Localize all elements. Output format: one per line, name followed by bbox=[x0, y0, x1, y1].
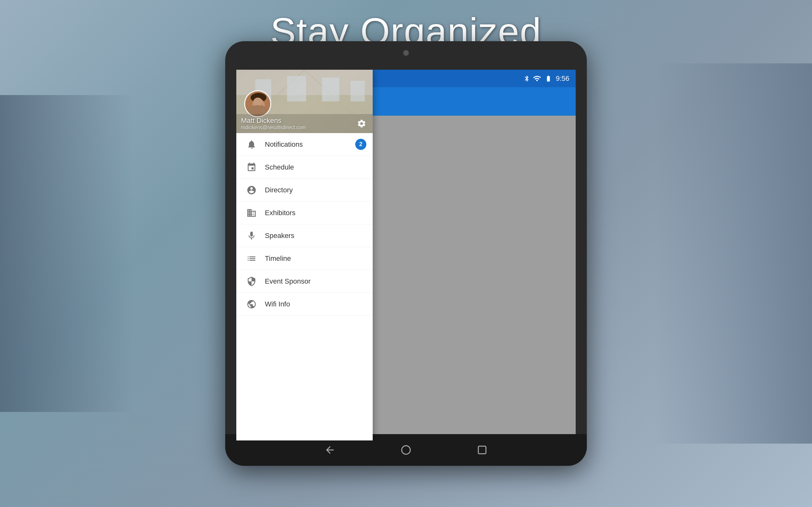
speakers-icon-container bbox=[243, 231, 260, 241]
menu-item-speakers[interactable]: Speakers bbox=[236, 224, 373, 247]
recents-icon bbox=[476, 444, 488, 456]
directory-label: Directory bbox=[265, 186, 293, 194]
globe-icon bbox=[247, 299, 257, 309]
drawer-user-info: Matt Dickens mdickens@resultsdirect.com bbox=[236, 114, 373, 133]
bg-left-people bbox=[0, 95, 133, 412]
wifi-info-label: Wifi Info bbox=[265, 300, 290, 308]
menu-item-wifi-info[interactable]: Wifi Info bbox=[236, 293, 373, 316]
menu-item-directory[interactable]: Directory bbox=[236, 179, 373, 202]
settings-button[interactable] bbox=[355, 117, 368, 130]
svg-point-16 bbox=[254, 108, 263, 114]
building-icon bbox=[247, 208, 257, 218]
svg-point-11 bbox=[251, 93, 266, 102]
event-sponsor-icon-container bbox=[243, 276, 260, 286]
battery-icon bbox=[544, 75, 553, 82]
gear-icon bbox=[357, 119, 366, 128]
menu-item-timeline[interactable]: Timeline bbox=[236, 247, 373, 270]
svg-rect-7 bbox=[287, 76, 306, 101]
menu-item-schedule[interactable]: Schedule bbox=[236, 156, 373, 179]
wifi-icon bbox=[533, 74, 541, 83]
timeline-icon bbox=[247, 253, 257, 264]
status-time: 9:56 bbox=[556, 74, 569, 83]
email-label: mdickens@resultsdirect.com bbox=[241, 125, 368, 130]
timeline-icon-container bbox=[243, 253, 260, 264]
drawer-menu: Notifications 2 Schedule bbox=[236, 133, 373, 441]
speakers-label: Speakers bbox=[265, 232, 294, 240]
notifications-label: Notifications bbox=[265, 140, 303, 149]
avatar-image bbox=[245, 91, 271, 117]
tablet-screen: 9:56 ...ference bbox=[236, 70, 576, 441]
svg-point-14 bbox=[260, 104, 262, 106]
exhibitors-icon-container bbox=[243, 208, 260, 218]
user-avatar[interactable] bbox=[244, 90, 271, 117]
svg-rect-19 bbox=[478, 446, 486, 454]
home-icon bbox=[400, 444, 412, 456]
recents-button[interactable] bbox=[476, 444, 489, 456]
username-label: Matt Dickens bbox=[241, 117, 368, 125]
menu-item-event-sponsor[interactable]: Event Sponsor bbox=[236, 270, 373, 293]
menu-item-exhibitors[interactable]: Exhibitors bbox=[236, 202, 373, 224]
shield-icon bbox=[247, 276, 257, 286]
wifi-info-icon-container bbox=[243, 299, 260, 309]
notification-icon-container bbox=[243, 139, 260, 150]
home-button[interactable] bbox=[400, 444, 412, 456]
back-icon bbox=[324, 444, 336, 456]
svg-rect-9 bbox=[351, 81, 365, 101]
status-icons: 9:56 bbox=[523, 74, 569, 83]
bg-right-people bbox=[653, 63, 812, 444]
navigation-drawer: Matt Dickens mdickens@resultsdirect.com bbox=[236, 70, 373, 441]
schedule-icon-container bbox=[243, 162, 260, 172]
menu-item-notifications[interactable]: Notifications 2 bbox=[236, 133, 373, 156]
tablet-frame: 9:56 ...ference bbox=[225, 41, 587, 466]
microphone-icon bbox=[247, 231, 257, 241]
svg-point-13 bbox=[255, 104, 257, 106]
camera-dot bbox=[403, 50, 409, 56]
svg-point-12 bbox=[252, 99, 265, 112]
exhibitors-label: Exhibitors bbox=[265, 209, 296, 217]
timeline-label: Timeline bbox=[265, 255, 291, 263]
directory-icon-container bbox=[243, 185, 260, 195]
schedule-label: Schedule bbox=[265, 163, 294, 171]
svg-point-15 bbox=[258, 107, 259, 108]
bell-icon bbox=[247, 139, 257, 150]
svg-rect-8 bbox=[322, 78, 339, 101]
event-sponsor-label: Event Sponsor bbox=[265, 277, 310, 285]
calendar-icon bbox=[247, 162, 257, 172]
drawer-header: Matt Dickens mdickens@resultsdirect.com bbox=[236, 70, 373, 133]
svg-point-18 bbox=[402, 446, 410, 454]
notifications-badge: 2 bbox=[355, 139, 366, 150]
person-circle-icon bbox=[247, 185, 257, 195]
back-button[interactable] bbox=[323, 444, 336, 456]
bluetooth-icon bbox=[523, 75, 530, 82]
